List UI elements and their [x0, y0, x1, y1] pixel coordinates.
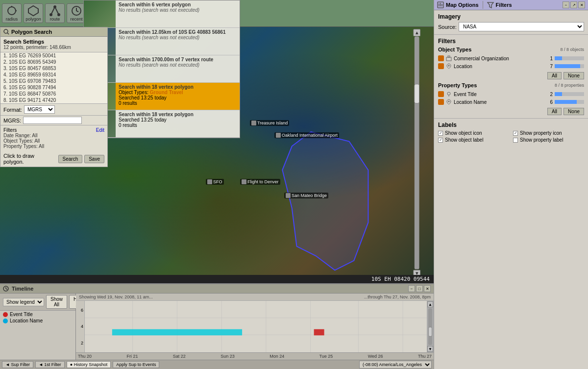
location-name-filter: Location Name 6 — [438, 98, 584, 106]
object-types-all-none: All None — [438, 72, 584, 79]
timeline-title: Timeline — [12, 286, 33, 292]
map-options-label: Map Options — [446, 2, 479, 8]
show-property-label-checkbox[interactable] — [513, 138, 518, 143]
svg-rect-30 — [314, 329, 324, 336]
show-object-label-checkbox[interactable] — [438, 138, 443, 143]
result-count2: 0 results — [119, 123, 194, 128]
event-title-bar — [555, 92, 584, 96]
result-count: 0 results — [119, 100, 194, 106]
marker-treasure-island[interactable]: Treasure Island — [250, 120, 289, 126]
event-title-dot — [3, 312, 8, 317]
result-info: Search within 18 vertex polygon Searched… — [116, 110, 196, 137]
filters-icon — [487, 1, 494, 8]
result-info: Search within 6 vertex polygon No result… — [116, 0, 202, 27]
svg-point-38 — [448, 65, 450, 67]
history-snapshot-btn[interactable]: ● History Snapshot — [67, 361, 111, 368]
coord-item[interactable]: 5. 10S EG 69708 79483 — [0, 78, 107, 84]
location-filter-count: 7 — [546, 64, 553, 69]
recent-label: recent — [70, 17, 82, 22]
edit-link[interactable]: Edit — [96, 127, 104, 133]
event-title-filter-name: Event Title — [454, 92, 544, 97]
mgrs-input[interactable] — [23, 117, 82, 124]
route-label: route — [50, 17, 60, 22]
draw-label: Click to draw polygon. — [3, 153, 56, 165]
route-button[interactable]: route — [45, 3, 65, 23]
right-panel-controls: − ↗ ✕ — [563, 1, 585, 8]
filters-tab[interactable]: Filters — [487, 1, 512, 8]
show-property-icon-item: Show property icon — [513, 130, 584, 136]
right-minimize-btn[interactable]: − — [563, 1, 569, 8]
right-close-btn[interactable]: ✕ — [578, 1, 585, 8]
coord-item[interactable]: 6. 10S EG 90828 77494 — [0, 84, 107, 91]
chart-scrollbar[interactable]: ▲ ▼ — [427, 301, 434, 352]
format-label: Format: — [3, 107, 22, 113]
imagery-section: Imagery Source: NASA Google Bing — [434, 10, 588, 35]
search-button[interactable]: Search — [58, 155, 83, 163]
coord-item[interactable]: 7. 10S EG 86847 50876 — [0, 91, 107, 97]
timeline-date-range: Showing Wed 19, Nov. 2008, 11 am... ...t… — [76, 294, 434, 301]
polygon-button[interactable]: polygon — [24, 3, 43, 23]
filters-title: Filters Edit — [3, 127, 104, 133]
axis-fri21: Fri 21 — [126, 354, 138, 359]
object-types-none-btn[interactable]: None — [564, 72, 584, 79]
right-restore-btn[interactable]: ↗ — [570, 1, 577, 8]
chart-scroll-down[interactable]: ▼ — [427, 346, 433, 352]
map-options-tab[interactable]: Map Options — [437, 1, 479, 8]
save-button[interactable]: Save — [84, 155, 104, 163]
coord-item[interactable]: 3. 10S EG 80457 68853 — [0, 65, 107, 72]
radius-button[interactable]: radius — [2, 3, 22, 23]
show-all-button[interactable]: Show All — [46, 295, 67, 309]
coord-item[interactable]: 1. 10S EG 76269 50041 — [0, 52, 107, 59]
chart-gridlines-svg — [85, 301, 427, 352]
svg-point-8 — [4, 29, 8, 33]
result-item[interactable]: Search within 6 vertex polygon No result… — [84, 0, 240, 28]
format-select[interactable]: MGRS Decimal DMS — [24, 105, 55, 114]
sup-filter-btn[interactable]: ◄ Sup Filter — [2, 361, 33, 368]
y-axis: 6 4 2 — [76, 301, 85, 352]
coord-item[interactable]: 2. 10S EG 80695 54349 — [0, 59, 107, 65]
marker-flight-denver[interactable]: Flight to Denver — [240, 179, 280, 185]
show-property-icon-label: Show property icon — [520, 130, 562, 136]
result-info: Search within 18 vertex polygon Object T… — [116, 83, 196, 110]
event-title-icon — [438, 91, 444, 97]
marker-sfo[interactable]: SFO — [206, 179, 224, 185]
timeline-icon — [3, 286, 9, 292]
event-title-filter-count: 2 — [546, 92, 553, 97]
marker-oakland-airport[interactable]: Oakland International Airport — [274, 132, 339, 138]
format-row: Format: MGRS Decimal DMS — [0, 104, 107, 116]
timeline-close-btn[interactable]: ✕ — [424, 285, 431, 292]
chart-scroll-up[interactable]: ▲ — [427, 301, 433, 307]
search-settings-subtitle: 12 points, perimeter: 148.66km — [3, 45, 104, 50]
first-filter-btn[interactable]: ◄ 1st Filter — [35, 361, 65, 368]
svg-point-5 — [50, 14, 52, 16]
timeline-chart[interactable] — [85, 301, 427, 352]
location-name-filter-name: Location Name — [454, 99, 544, 105]
marker-san-mateo[interactable]: San Mateo Bridge — [284, 193, 328, 198]
commercial-org-bar — [555, 56, 584, 60]
timezone-select[interactable]: (-08:00) America/Los_Angeles — [359, 361, 432, 369]
property-types-all-btn[interactable]: All — [547, 108, 562, 115]
timeline-minimize-btn[interactable]: − — [408, 285, 415, 292]
timeline-bottom-bar: ◄ Sup Filter ◄ 1st Filter ● History Snap… — [0, 360, 434, 369]
timeline-chart-area: Showing Wed 19, Nov. 2008, 11 am... ...t… — [76, 294, 434, 360]
commercial-type-icon — [446, 55, 452, 61]
show-property-icon-checkbox[interactable] — [513, 131, 518, 136]
object-types-header: Object Types 8 / 8 objects — [438, 47, 584, 52]
labels-grid: Show object icon Show property icon Show… — [438, 130, 584, 143]
property-types-none-btn[interactable]: None — [564, 108, 584, 115]
axis-mon24: Mon 24 — [270, 354, 284, 359]
chart-scroll-thumb[interactable] — [428, 327, 432, 337]
show-legend-select[interactable]: Show legend — [3, 298, 44, 306]
object-types-all-btn[interactable]: All — [547, 72, 562, 79]
svg-line-9 — [7, 33, 9, 34]
apply-sup-btn[interactable]: Apply Sup to Events — [113, 361, 159, 368]
timeline-maximize-btn[interactable]: □ — [416, 285, 423, 292]
coord-item[interactable]: 4. 10S EG 89659 69314 — [0, 72, 107, 78]
commercial-org-icon — [438, 55, 444, 61]
coord-item[interactable]: 8. 10S EG 94171 47420 — [0, 97, 107, 103]
imagery-row: Source: NASA Google Bing — [438, 22, 584, 31]
mgrs-label: MGRS: — [3, 118, 21, 123]
imagery-source-select[interactable]: NASA Google Bing — [459, 22, 584, 31]
show-object-icon-checkbox[interactable] — [438, 131, 443, 136]
show-object-label-item: Show object label — [438, 137, 509, 143]
